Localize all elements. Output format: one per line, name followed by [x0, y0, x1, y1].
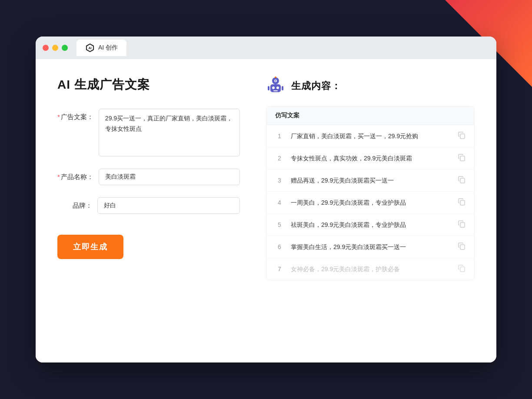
svg-point-13 [275, 76, 276, 78]
row-number: 1 [275, 133, 284, 140]
window-controls [43, 45, 68, 51]
copy-icon[interactable] [458, 131, 466, 141]
svg-rect-8 [268, 86, 269, 90]
table-row: 6掌握美白生活，29.9元美白淡斑霜买一送一 [266, 236, 474, 258]
row-text: 专抹女性斑点，真实功效，29.9元美白淡斑霜 [291, 154, 451, 163]
row-text: 女神必备，29.9元美白淡斑霜，护肤必备 [291, 265, 451, 274]
svg-point-6 [276, 86, 279, 89]
right-header: 生成内容： [266, 76, 475, 96]
ad-copy-input[interactable]: 29.9买一送一，真正的厂家直销，美白淡斑霜，专抹女性斑点 [99, 109, 240, 156]
product-name-group: *产品名称： [57, 169, 240, 185]
maximize-button[interactable] [62, 45, 68, 51]
product-name-label: *产品名称： [57, 169, 93, 181]
svg-rect-19 [460, 245, 465, 249]
svg-rect-16 [460, 178, 465, 183]
svg-rect-17 [460, 200, 465, 205]
left-panel: AI 生成广告文案 *广告文案： 29.9买一送一，真正的厂家直销，美白淡斑霜，… [57, 76, 240, 345]
table-row: 3赠品再送，29.9元美白淡斑霜买一送一 [266, 170, 474, 192]
table-row: 7女神必备，29.9元美白淡斑霜，护肤必备 [266, 258, 474, 280]
row-number: 7 [275, 266, 284, 273]
table-row: 1厂家直销，美白淡斑霜，买一送一，29.9元抢购 [266, 125, 474, 147]
copy-icon[interactable] [458, 176, 466, 185]
required-star-2: * [57, 173, 60, 180]
svg-point-5 [272, 86, 275, 89]
row-text: 掌握美白生活，29.9元美白淡斑霜买一送一 [291, 243, 451, 252]
svg-text:AI: AI [88, 47, 91, 50]
row-number: 6 [275, 243, 284, 250]
row-text: 厂家直销，美白淡斑霜，买一送一，29.9元抢购 [291, 132, 451, 141]
title-bar: AI AI 创作 [36, 37, 496, 59]
brand-input[interactable] [97, 197, 240, 214]
results-container: 1厂家直销，美白淡斑霜，买一送一，29.9元抢购 2专抹女性斑点，真实功效，29… [266, 125, 474, 280]
results-table: 仿写文案 1厂家直销，美白淡斑霜，买一送一，29.9元抢购 2专抹女性斑点，真实… [266, 106, 475, 280]
row-text: 赠品再送，29.9元美白淡斑霜买一送一 [291, 176, 451, 185]
svg-rect-20 [460, 267, 465, 272]
browser-window: AI AI 创作 AI 生成广告文案 *广告文案： 29.9买一送一，真正的厂家… [36, 37, 496, 362]
copy-icon[interactable] [458, 153, 466, 163]
row-number: 5 [275, 221, 284, 228]
close-button[interactable] [43, 45, 49, 51]
right-panel: 生成内容： 仿写文案 1厂家直销，美白淡斑霜，买一送一，29.9元抢购 2专抹女… [266, 76, 475, 345]
svg-rect-9 [282, 86, 283, 90]
svg-rect-7 [273, 90, 278, 91]
content-area: AI 生成广告文案 *广告文案： 29.9买一送一，真正的厂家直销，美白淡斑霜，… [36, 59, 496, 362]
copy-icon[interactable] [458, 220, 466, 229]
copy-icon[interactable] [458, 242, 466, 252]
minimize-button[interactable] [52, 45, 58, 51]
svg-rect-14 [460, 134, 465, 139]
product-name-input[interactable] [99, 169, 240, 185]
ai-tab-icon: AI [85, 43, 95, 53]
row-number: 3 [275, 177, 284, 184]
ad-copy-group: *广告文案： 29.9买一送一，真正的厂家直销，美白淡斑霜，专抹女性斑点 [57, 109, 240, 156]
page-title: AI 生成广告文案 [57, 76, 240, 93]
table-row: 5祛斑美白，29.9元美白淡斑霜，专业护肤品 [266, 214, 474, 236]
row-text: 祛斑美白，29.9元美白淡斑霜，专业护肤品 [291, 220, 451, 229]
robot-icon [266, 76, 285, 96]
right-title: 生成内容： [291, 80, 341, 93]
brand-label: 品牌： [57, 197, 92, 210]
ad-copy-label: *广告文案： [57, 109, 93, 121]
generate-button[interactable]: 立即生成 [57, 235, 123, 259]
ai-creation-tab[interactable]: AI AI 创作 [76, 40, 126, 56]
table-header: 仿写文案 [266, 106, 474, 125]
table-row: 4一周美白，29.9元美白淡斑霜，专业护肤品 [266, 192, 474, 214]
row-number: 4 [275, 199, 284, 206]
copy-icon[interactable] [458, 264, 466, 274]
copy-icon[interactable] [458, 198, 466, 207]
required-star-1: * [57, 113, 60, 120]
row-text: 一周美白，29.9元美白淡斑霜，专业护肤品 [291, 198, 451, 207]
svg-rect-18 [460, 223, 465, 227]
table-row: 2专抹女性斑点，真实功效，29.9元美白淡斑霜 [266, 147, 474, 170]
row-number: 2 [275, 155, 284, 162]
brand-group: 品牌： [57, 197, 240, 214]
svg-point-11 [275, 80, 276, 82]
svg-rect-15 [460, 156, 465, 161]
tab-label: AI 创作 [98, 44, 118, 52]
